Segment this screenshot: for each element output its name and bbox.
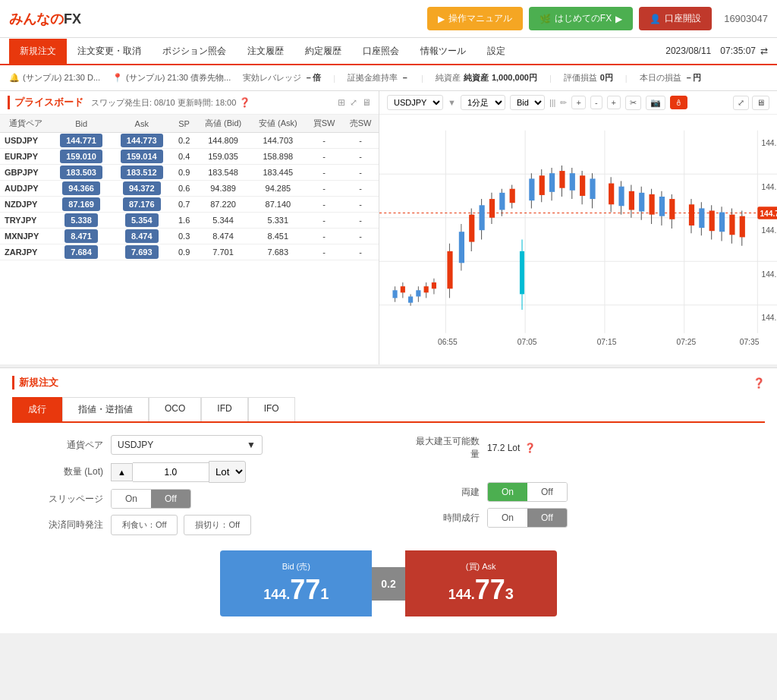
price-type-select[interactable]: Bid [510,95,545,110]
buy-sw-cell: - [306,244,342,260]
order-tabs: 成行 指値・逆指値 OCO IFD IFO [12,397,765,423]
nav-item-kouza[interactable]: 口座照会 [352,39,410,64]
zoom-in-btn[interactable]: + [571,96,585,109]
ask-cell[interactable]: 7.693 [112,244,172,260]
table-row[interactable]: GBPJPY 183.503 183.512 0.9 183.548 183.4… [0,165,379,181]
expand-icon[interactable]: ⤢ [350,97,357,108]
bid-cell[interactable]: 7.684 [51,244,112,260]
high-cell: 183.548 [197,165,250,181]
currency-pair-select[interactable]: USDJPY ▼ [111,435,263,455]
account-button[interactable]: 👤 口座開設 [639,7,712,30]
ask-cell[interactable]: 5.354 [112,213,172,229]
spread-display: 0.2 [372,567,404,601]
monitor-icon[interactable]: 🖥 [362,97,371,108]
jikan-off-btn[interactable]: Off [527,509,567,527]
camera-btn[interactable]: 📷 [646,96,665,110]
table-row[interactable]: TRYJPY 5.338 5.354 1.6 5.344 5.331 - - [0,213,379,229]
bid-cell[interactable]: 159.010 [51,149,112,165]
timeframe-select[interactable]: 1分足 [461,95,505,110]
order-help-icon[interactable]: ❓ [753,377,765,389]
svg-rect-52 [539,175,545,195]
help-icon[interactable]: ❓ [239,97,250,108]
table-row[interactable]: AUDJPY 94.366 94.372 0.6 94.389 94.285 -… [0,181,379,197]
tab-oco[interactable]: OCO [149,397,201,421]
pair-select[interactable]: USDJPY [387,95,443,110]
settlement-btns: 利食い：Off 損切り：Off [111,515,251,535]
table-row[interactable]: MXNJPY 8.471 8.474 0.3 8.474 8.451 - - [0,229,379,244]
nav-item-settings[interactable]: 設定 [477,39,516,64]
ryoken-on-btn[interactable]: On [488,483,527,501]
tab-nariyuki[interactable]: 成行 [12,397,62,421]
currency-pair-row: 通貨ペア USDJPY ▼ [35,435,366,455]
ask-cell[interactable]: 8.474 [112,229,172,244]
table-row[interactable]: NZDJPY 87.169 87.176 0.7 87.220 87.140 -… [0,197,379,213]
indicator-icon[interactable]: ||| [549,98,556,107]
svg-rect-56 [559,171,565,188]
table-row[interactable]: USDJPY 144.771 144.773 0.2 144.809 144.7… [0,133,379,149]
bid-cell[interactable]: 87.169 [51,197,112,213]
qty-unit-select[interactable]: Lot [209,461,246,483]
hajimete-button[interactable]: 🌿 はじめてのFX ▶ [529,7,633,30]
col-pair: 通貨ペア [0,115,51,133]
nav-item-shinki[interactable]: 新規注文 [9,39,67,64]
tab-ifo[interactable]: IFO [248,397,295,421]
bid-cell[interactable]: 144.771 [51,133,112,149]
qty-up-btn[interactable]: ▲ [111,463,133,481]
nav-item-position[interactable]: ポジション照会 [152,39,237,64]
sp-cell: 1.6 [172,213,197,229]
col-sell-sw: 売SW [342,115,379,133]
bid-cell[interactable]: 94.366 [51,181,112,197]
scissors-btn[interactable]: ✂ [625,96,641,110]
ask-cell[interactable]: 159.014 [112,149,172,165]
bid-button[interactable]: Bid (売) 144.771 [220,550,372,616]
slip-on-btn[interactable]: On [112,490,151,508]
swap-info: スワップ発生日: 08/10 更新時間: 18:00 [91,97,236,109]
order-title: 新規注文 ❓ [12,376,765,389]
ask-button[interactable]: (買) Ask 144.773 [405,550,557,616]
sonkiri-btn[interactable]: 損切り：Off [184,515,250,535]
nav-item-history[interactable]: 注文履歴 [237,39,294,64]
nav-item-yakujo[interactable]: 約定履歴 [294,39,352,64]
ask-cell[interactable]: 94.372 [112,181,172,197]
nav-datetime: 2023/08/11 07:35:07 ⇄ [665,45,768,58]
chart-type-btn[interactable]: 🕯 [670,96,687,109]
settlement-row: 決済同時発注 利食い：Off 損切り：Off [35,515,366,535]
refresh-icon[interactable]: ⇄ [760,46,768,56]
sp-cell: 0.3 [172,229,197,244]
toshoku-btn[interactable]: 利食い：Off [111,515,178,535]
crosshair-btn[interactable]: + [607,96,621,109]
table-row[interactable]: EURJPY 159.010 159.014 0.4 159.035 158.8… [0,149,379,165]
table-row[interactable]: ZARJPY 7.684 7.693 0.9 7.701 7.683 - - [0,244,379,260]
qty-input[interactable] [133,462,209,482]
ryoken-off-btn[interactable]: Off [527,483,567,501]
low-cell: 158.898 [250,149,306,165]
monitor-btn[interactable]: 🖥 [752,96,769,110]
jikan-on-btn[interactable]: On [488,509,527,527]
ask-cell[interactable]: 183.512 [112,165,172,181]
bid-cell[interactable]: 183.503 [51,165,112,181]
tab-sashisine[interactable]: 指値・逆指値 [62,397,149,421]
bid-cell[interactable]: 5.338 [51,213,112,229]
fullscreen-btn[interactable]: ⤢ [733,96,749,110]
slip-off-btn[interactable]: Off [151,490,190,508]
nav-item-change[interactable]: 注文変更・取消 [67,39,152,64]
svg-text:07:15: 07:15 [597,338,617,346]
tab-ifd[interactable]: IFD [201,397,247,421]
ask-cell[interactable]: 144.773 [112,133,172,149]
ask-cell[interactable]: 87.176 [112,197,172,213]
nav-item-joho[interactable]: 情報ツール [410,39,477,64]
col-bid: Bid [51,115,112,133]
svg-rect-40 [469,215,474,242]
sell-sw-cell: - [342,165,379,181]
svg-rect-88 [740,216,745,238]
manual-button[interactable]: ▶ 操作マニュアル [427,7,523,30]
draw-icon[interactable]: ✏ [560,98,567,108]
zoom-out-btn[interactable]: - [590,96,602,109]
price-board-title: プライスボード [8,96,83,109]
grid-icon[interactable]: ⊞ [338,97,345,108]
svg-rect-60 [580,175,585,196]
manual-icon: ▶ [438,14,445,24]
bid-cell[interactable]: 8.471 [51,229,112,244]
max-lot-help-icon[interactable]: ❓ [524,443,536,453]
svg-rect-32 [424,286,429,292]
